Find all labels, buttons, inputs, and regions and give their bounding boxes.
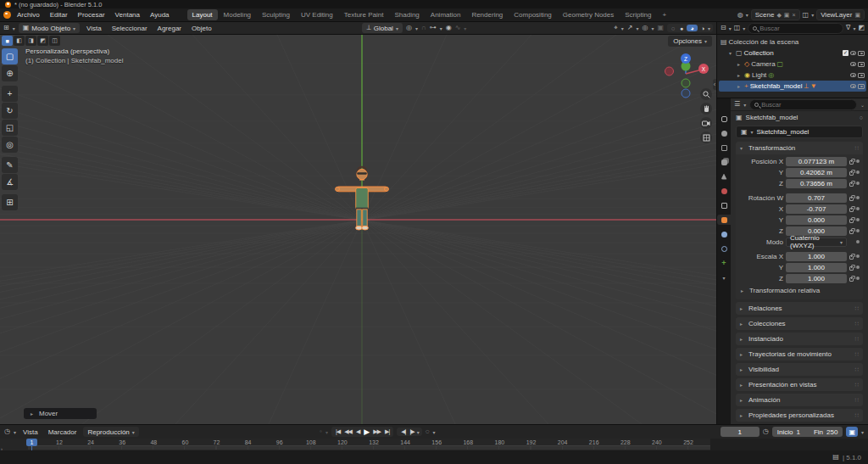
timeline-editor-icon[interactable]: ◷ <box>4 428 10 435</box>
animate-dot-icon[interactable] <box>856 182 860 185</box>
tool-add-cube[interactable]: ⊞ <box>2 194 18 210</box>
shading-material-icon[interactable]: ◕ <box>687 25 698 31</box>
viewlayer-selector[interactable]: ViewLayer ▣ <box>816 9 865 20</box>
frame-range-fields[interactable]: Inicio 1 Fin 250 <box>772 427 843 437</box>
tab-constraints[interactable] <box>717 229 731 239</box>
hide-eye-icon[interactable] <box>850 73 856 77</box>
copy-icon[interactable]: ▣ <box>854 12 860 19</box>
playhead-marker[interactable]: 1 <box>26 439 37 446</box>
panel-options-icon[interactable]: ∷ <box>855 382 859 389</box>
animate-dot-icon[interactable] <box>856 207 860 210</box>
play-button[interactable]: ▶ <box>362 428 370 436</box>
menu-vista[interactable]: Vista <box>83 24 105 33</box>
model-sketchfab[interactable] <box>326 148 398 232</box>
animate-dot-icon[interactable] <box>856 159 860 163</box>
clear-icon[interactable]: × <box>792 12 795 18</box>
tab-rendering[interactable]: Rendering <box>466 9 508 20</box>
tool-cursor[interactable]: ⊕ <box>2 65 18 81</box>
zoom-tool-button[interactable] <box>700 88 712 100</box>
animate-dot-icon[interactable] <box>856 266 860 269</box>
panel-options-icon[interactable]: ∷ <box>855 351 859 358</box>
lock-icon[interactable] <box>849 277 854 282</box>
frame-back-button[interactable]: ◀| <box>399 428 407 435</box>
gizmos-icon[interactable]: ↗ <box>627 25 633 31</box>
outliner-row-scene-collection[interactable]: ▤ Colección de la escena <box>719 36 866 48</box>
panel-presentacion[interactable]: ▸Presentación en vistas∷ <box>736 378 863 391</box>
tab-scripting[interactable]: Scripting <box>620 9 656 20</box>
outliner-row-sketchfab-model[interactable]: ▸ + Sketchfab_model ⟂ ▼ <box>719 81 866 92</box>
auto-key-record-icon[interactable]: ◦ <box>320 428 322 435</box>
rotation-mode-select[interactable]: Cuaternio (WXYZ)▾ <box>786 238 847 247</box>
panel-propiedades-personalizadas[interactable]: ▸Propiedades personalizadas∷ <box>736 409 863 422</box>
tab-output[interactable] <box>717 143 731 153</box>
menu-tl-vista[interactable]: Vista <box>19 428 42 437</box>
menu-editar[interactable]: Editar <box>46 9 72 20</box>
render-visibility-icon[interactable] <box>858 51 865 56</box>
animate-dot-icon[interactable] <box>856 254 860 258</box>
current-frame-field[interactable]: 1 <box>721 427 760 437</box>
timeline-ruler[interactable]: 1224364860728496108120132144156168180192… <box>0 439 868 450</box>
lock-icon[interactable] <box>849 266 854 271</box>
keying-set-icon[interactable]: ◌ <box>426 428 430 435</box>
filter-icon[interactable]: ∇ <box>846 25 850 31</box>
lock-icon[interactable] <box>849 171 854 176</box>
outliner-search[interactable] <box>748 23 843 34</box>
animate-dot-icon[interactable] <box>856 240 860 243</box>
animate-dot-icon[interactable] <box>856 277 860 280</box>
tab-collection[interactable] <box>717 200 731 210</box>
timeline-sync-button[interactable]: ▣ <box>846 427 858 437</box>
properties-search[interactable] <box>749 99 857 110</box>
panel-options-icon[interactable]: ∷ <box>855 336 859 343</box>
animate-dot-icon[interactable] <box>856 196 860 199</box>
disclosure-icon[interactable]: ▸ <box>737 72 743 78</box>
proportional-edit-icon[interactable]: ◉ <box>446 25 452 31</box>
tool-scale[interactable]: ◱ <box>2 120 18 136</box>
menu-tl-reproduccion[interactable]: Reproducción▾ <box>83 427 138 437</box>
panel-options-icon[interactable]: ∷ <box>855 412 859 419</box>
blender-menu-icon[interactable] <box>3 11 11 19</box>
shading-wireframe-icon[interactable]: ◌ <box>670 25 676 31</box>
sidebar-collapse-arrow[interactable]: ‹ <box>713 79 716 90</box>
overlays-icon[interactable]: ◎ <box>642 25 648 31</box>
panel-visibilidad[interactable]: ▸Visibilidad∷ <box>736 363 863 376</box>
outliner-search-input[interactable] <box>760 25 838 32</box>
hide-eye-icon[interactable] <box>850 51 856 55</box>
menu-ayuda[interactable]: Ayuda <box>146 9 174 20</box>
tabs-overflow-chevron[interactable]: ▾ <box>717 272 731 282</box>
panel-options-icon[interactable]: ∷ <box>855 366 859 373</box>
tab-texture-paint[interactable]: Texture Paint <box>339 9 389 20</box>
copy-icon[interactable]: ▣ <box>784 12 790 19</box>
tab-animation[interactable]: Animation <box>426 9 466 20</box>
animate-dot-icon[interactable] <box>856 218 860 221</box>
tool-annotate[interactable]: ✎ <box>2 157 18 173</box>
scene-selector[interactable]: Scene ◆ ▣ × <box>751 9 800 20</box>
panel-animacion[interactable]: ▸Animación∷ <box>736 394 863 406</box>
collection-checkbox-icon[interactable]: ✓ <box>843 50 849 56</box>
snap-target-icon[interactable]: ⊶ <box>430 25 437 31</box>
tab-sculpting[interactable]: Sculpting <box>257 9 295 20</box>
disclosure-icon[interactable]: ▾ <box>729 50 734 56</box>
shading-rendered-icon[interactable]: ◑ <box>699 25 706 31</box>
menu-archivo[interactable]: Archivo <box>13 9 44 20</box>
options-button[interactable]: Opciones ▾ <box>668 36 712 47</box>
frame-forward-button[interactable]: |▶ <box>408 428 415 435</box>
snap-magnet-icon[interactable]: ∩ <box>421 25 426 31</box>
menu-procesar[interactable]: Procesar <box>74 9 109 20</box>
menu-ventana[interactable]: Ventana <box>111 9 144 20</box>
lock-icon[interactable] <box>849 197 854 201</box>
tab-compositing[interactable]: Compositing <box>509 9 556 20</box>
add-workspace-button[interactable]: + <box>657 9 671 20</box>
select-subtract-button[interactable]: ◨ <box>25 36 36 46</box>
render-visibility-icon[interactable] <box>858 84 865 89</box>
subpanel-delta-transform[interactable]: ▸Transformación relativa <box>739 284 860 295</box>
pin-icon[interactable]: ○ <box>860 115 863 120</box>
menu-objeto[interactable]: Objeto <box>188 24 215 33</box>
animate-dot-icon[interactable] <box>856 229 860 232</box>
pivot-point-icon[interactable]: ◎ <box>406 25 412 31</box>
tab-modeling[interactable]: Modeling <box>219 9 256 20</box>
object-name-field[interactable]: ▣▾ Sketchfab_model <box>736 126 863 138</box>
tab-render[interactable] <box>717 128 731 138</box>
timeline-expand-arrow[interactable]: › <box>1 446 3 451</box>
jump-to-end-button[interactable]: ▶| <box>383 428 391 435</box>
lock-icon[interactable] <box>849 182 854 187</box>
